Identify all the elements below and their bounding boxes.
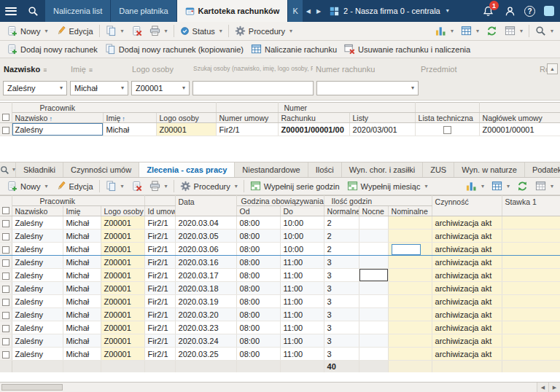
- cell-stawka[interactable]: [502, 243, 560, 256]
- tab-overflow[interactable]: K: [288, 0, 302, 22]
- cell-do[interactable]: 11:00: [280, 334, 324, 348]
- column-header-czynnosc[interactable]: Czynność: [432, 196, 502, 216]
- cell-data[interactable]: 2020.03.16: [175, 256, 236, 269]
- detail-table-view-button[interactable]: ▾: [532, 179, 557, 193]
- cell-id-umowy[interactable]: Fir2/1: [144, 308, 175, 321]
- column-header-listy[interactable]: Listy: [349, 113, 415, 123]
- chart-view-button[interactable]: ▾: [432, 24, 457, 38]
- row-checkbox[interactable]: [2, 325, 9, 332]
- table-row[interactable]: Zaleśny Michał Z00001 Fir2/1 2020.03.18 …: [0, 282, 560, 295]
- copy-button[interactable]: ▾: [102, 24, 128, 38]
- row-selector-cell[interactable]: [0, 308, 12, 321]
- cell-data[interactable]: 2020.03.17: [175, 269, 236, 282]
- table-row[interactable]: Zaleśny Michał Z00001 Fir2/1 2020.03.25 …: [0, 348, 560, 361]
- cell-normalne[interactable]: 3: [324, 282, 359, 295]
- cell-stawka[interactable]: [502, 216, 560, 230]
- cell-normalne[interactable]: 3: [324, 269, 359, 282]
- fill-hours-button[interactable]: Wypełnij serie godzin: [246, 179, 343, 193]
- new-button[interactable]: Nowy▾: [3, 24, 52, 38]
- cell-nocne[interactable]: [359, 321, 388, 334]
- cell-id-umowy[interactable]: Fir2/1: [144, 282, 175, 295]
- row-selector-cell[interactable]: [0, 334, 12, 348]
- fill-month-button[interactable]: Wypełnij miesiąc▾: [343, 179, 432, 193]
- cell-normalne[interactable]: 3: [324, 256, 359, 269]
- cell-lista-techniczna[interactable]: [415, 123, 479, 136]
- cell-stawka[interactable]: [502, 256, 560, 269]
- filter-imie-select[interactable]: Michał▾: [70, 81, 128, 95]
- column-header-nocne[interactable]: Nocne: [359, 206, 388, 216]
- cell-czynnosc[interactable]: archiwizacja akt: [432, 348, 502, 361]
- cell-imie[interactable]: Michał: [63, 216, 101, 230]
- cell-rachunku[interactable]: Z00001/00001/00: [278, 123, 349, 136]
- tab-scroll-right-icon[interactable]: ▶: [314, 8, 324, 15]
- cell-nazwisko[interactable]: Zaleśny: [12, 230, 63, 243]
- cell-nocne[interactable]: [359, 308, 388, 321]
- cell-czynnosc[interactable]: archiwizacja akt: [432, 334, 502, 348]
- cell-nocne[interactable]: [359, 269, 388, 282]
- cell-normalne[interactable]: 2: [324, 216, 359, 230]
- cell-nocne[interactable]: [359, 334, 388, 348]
- detail-tab-wyn-w-naturze[interactable]: Wyn. w naturze: [454, 162, 525, 177]
- nominalne-editor[interactable]: [392, 269, 429, 281]
- cell-do[interactable]: 11:00: [280, 256, 324, 269]
- lista-techniczna-checkbox[interactable]: [443, 126, 451, 134]
- cell-nominalne[interactable]: [388, 216, 432, 230]
- cell-nazwisko[interactable]: Zaleśny: [12, 282, 63, 295]
- cell-logo[interactable]: Z00001: [101, 308, 144, 321]
- tab-kartoteka-rachunkow[interactable]: Kartoteka rachunków: [177, 0, 288, 22]
- cell-od[interactable]: 08:00: [236, 216, 280, 230]
- scroll-right-button[interactable]: ▶: [548, 383, 560, 392]
- table-row[interactable]: Zaleśny Michał Z00001 Fir2/1 2020.03.20 …: [0, 308, 560, 321]
- detail-tab-ilosci[interactable]: Ilości: [308, 162, 342, 177]
- cell-do[interactable]: 10:00: [280, 230, 324, 243]
- column-header-data[interactable]: Data: [175, 196, 236, 216]
- search-icon[interactable]: [22, 0, 44, 22]
- row-selector-cell[interactable]: [0, 269, 12, 282]
- cell-imie[interactable]: Michał: [63, 348, 101, 361]
- column-header-rachunku[interactable]: Rachunku: [278, 113, 349, 123]
- cell-data[interactable]: 2020.03.05: [175, 230, 236, 243]
- column-header-normalne[interactable]: Normalne: [324, 206, 359, 216]
- hscrollbar-thumb[interactable]: [1, 384, 63, 391]
- cell-logo[interactable]: Z00001: [101, 321, 144, 334]
- cell-do[interactable]: 11:00: [280, 282, 324, 295]
- cell-logo[interactable]: Z00001: [101, 334, 144, 348]
- cell-czynnosc[interactable]: archiwizacja akt: [432, 256, 502, 269]
- detail-print-button[interactable]: ▾: [146, 179, 171, 193]
- cell-logo[interactable]: Z00001: [101, 216, 144, 230]
- detail-edit-button[interactable]: Edycja: [52, 179, 97, 193]
- cell-do[interactable]: 11:00: [280, 348, 324, 361]
- cell-logo[interactable]: Z00001: [101, 282, 144, 295]
- row-checkbox[interactable]: [2, 259, 9, 267]
- nominalne-editor[interactable]: [392, 321, 429, 334]
- cell-nazwisko[interactable]: Zaleśny: [12, 269, 63, 282]
- cell-logo[interactable]: Z00001: [101, 348, 144, 361]
- nominalne-editor[interactable]: [392, 216, 429, 229]
- row-selector-cell[interactable]: [0, 243, 12, 256]
- detail-new-button[interactable]: Nowy▾: [3, 179, 52, 193]
- cell-imie[interactable]: Michał: [63, 243, 101, 256]
- column-header-nominalne[interactable]: Nominalne: [388, 206, 432, 216]
- cell-nominalne[interactable]: [388, 243, 432, 256]
- detail-refresh-button[interactable]: [513, 179, 532, 193]
- detail-tab-skladniki[interactable]: Składniki: [16, 162, 63, 177]
- nominalne-editor[interactable]: [392, 308, 429, 321]
- row-checkbox[interactable]: [2, 338, 9, 345]
- delete-button[interactable]: [128, 24, 146, 38]
- detail-tab-podatek[interactable]: Podatek: [525, 162, 560, 177]
- row-selector-cell[interactable]: [0, 348, 12, 361]
- cell-czynnosc[interactable]: archiwizacja akt: [432, 321, 502, 334]
- cell-czynnosc[interactable]: archiwizacja akt: [432, 216, 502, 230]
- table-row[interactable]: Zaleśny Michał Z00001 Fir2/1 2020.03.24 …: [0, 334, 560, 348]
- scroll-left-button[interactable]: ◀: [537, 383, 548, 392]
- row-checkbox[interactable]: [2, 246, 9, 254]
- table-row[interactable]: Zaleśny Michał Z00001 Fir2/1 2020.03.16 …: [0, 256, 560, 269]
- cell-czynnosc[interactable]: archiwizacja akt: [432, 230, 502, 243]
- cell-od[interactable]: 08:00: [236, 334, 280, 348]
- row-selector-cell[interactable]: [0, 256, 12, 269]
- cell-imie[interactable]: Michał: [63, 295, 101, 308]
- row-selector-cell[interactable]: [0, 123, 12, 136]
- row-checkbox[interactable]: [2, 299, 9, 306]
- detail-delete-button[interactable]: [128, 179, 146, 193]
- select-all-header[interactable]: [0, 103, 12, 123]
